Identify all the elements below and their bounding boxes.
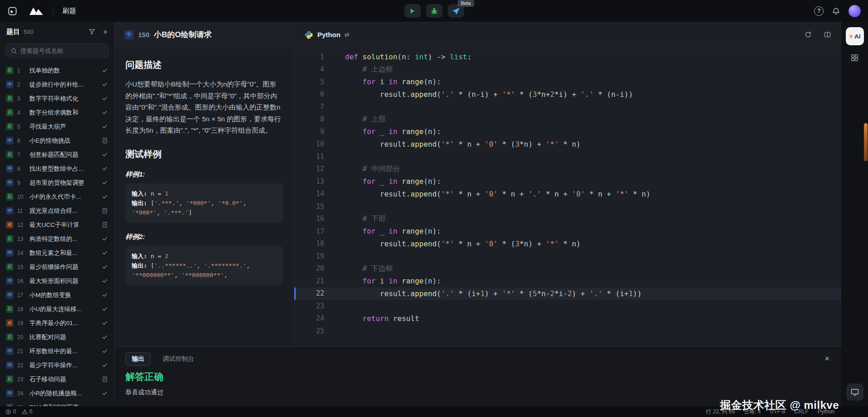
- user-avatar[interactable]: [849, 5, 861, 17]
- search-input[interactable]: [20, 48, 104, 54]
- problem-list-item[interactable]: 易15最少前缀操作问题: [0, 260, 114, 274]
- code-area[interactable]: 1def solution(n: int) -> list:4 # 上边框5 f…: [294, 48, 841, 346]
- code-text: # 下边框: [336, 264, 393, 273]
- apps-grid-icon[interactable]: [850, 53, 859, 62]
- tab-label: Python: [317, 31, 340, 38]
- problem-title: 小R的随机播放顺...: [29, 389, 98, 398]
- difficulty-badge: 易: [6, 235, 14, 243]
- run-button[interactable]: [404, 4, 421, 18]
- code-line[interactable]: 14 result.append('*' * n + '0' * n + '.'…: [294, 188, 841, 201]
- problem-list-item[interactable]: 中8找出整型数组中占...: [0, 162, 114, 176]
- check-icon: [101, 151, 108, 158]
- problem-list-item[interactable]: 中6小E的怪物挑战: [0, 134, 114, 148]
- code-line[interactable]: 23: [294, 300, 841, 312]
- problem-list-item[interactable]: 中11观光景点组合得...: [0, 204, 114, 218]
- problem-list-item[interactable]: 易4数字分组求偶数和: [0, 105, 114, 120]
- code-line[interactable]: 7: [294, 101, 841, 113]
- problem-list-item[interactable]: 易13构造特定数组的...: [0, 232, 114, 246]
- ai-assistant-button[interactable]: ✳ AI: [846, 27, 864, 45]
- difficulty-badge: 易: [6, 375, 14, 383]
- code-line[interactable]: 17 for _ in range(n):: [294, 225, 841, 238]
- code-line[interactable]: 15: [294, 200, 841, 213]
- code-line[interactable]: 16 # 下部: [294, 213, 841, 225]
- code-line[interactable]: 5 for i in range(n):: [294, 76, 841, 88]
- window-icon[interactable]: [7, 6, 18, 16]
- code-line[interactable]: 13 for _ in range(n):: [294, 175, 841, 188]
- notification-bell-icon[interactable]: [832, 7, 840, 15]
- problem-list-item[interactable]: 易18小U的最大连续移...: [0, 302, 114, 316]
- tab-output[interactable]: 输出: [125, 352, 151, 366]
- problem-list-item[interactable]: 中22最少字符串操作...: [0, 358, 114, 372]
- problem-list-item[interactable]: 中21环形数组中的最...: [0, 344, 114, 358]
- code-line[interactable]: 22 result.append('.' * (i+1) + '*' * (5*…: [294, 288, 841, 300]
- reset-code-icon[interactable]: [804, 31, 812, 38]
- problem-list-item[interactable]: 中9超市里的货物架调整: [0, 176, 114, 190]
- add-problem-icon[interactable]: +: [103, 28, 108, 36]
- problem-sidebar: 题目 500 + 易1找单独的数中2徒步旅行中的补给...易3数字字符串格式化易…: [0, 22, 115, 406]
- check-icon: [101, 193, 108, 200]
- problem-list-item[interactable]: 中24小R的随机播放顺...: [0, 386, 114, 400]
- problem-list-item[interactable]: 易10小F的永久代币卡...: [0, 190, 114, 204]
- problem-title: 小F的永久代币卡...: [29, 193, 98, 201]
- code-line[interactable]: 10 result.append('*' * n + '0' * (3*n) +…: [294, 138, 841, 151]
- code-line[interactable]: 24 return result: [294, 312, 841, 325]
- problem-number: 25: [17, 404, 26, 407]
- language-switch-icon[interactable]: ⇄: [345, 31, 350, 38]
- problem-list-item[interactable]: 中25DNA序列编辑距离: [0, 400, 114, 406]
- problem-number: 5: [17, 124, 26, 130]
- line-number: 11: [294, 153, 336, 161]
- code-line[interactable]: 1def solution(n: int) -> list:: [294, 51, 841, 63]
- problem-number: 19: [17, 320, 26, 326]
- code-line[interactable]: 18 result.append('*' * n + '0' * (3*n) +…: [294, 238, 841, 250]
- help-icon[interactable]: ?: [814, 6, 824, 16]
- problem-list-item[interactable]: 中16最大矩形面积问题: [0, 274, 114, 288]
- problem-list-item[interactable]: 易1找单独的数: [0, 63, 114, 77]
- search-box[interactable]: [5, 43, 109, 58]
- problem-list-item[interactable]: 易23石子移动问题: [0, 372, 114, 386]
- problem-list-item[interactable]: 难12最大UCC子串计算: [0, 218, 114, 232]
- code-line[interactable]: 20 # 下边框: [294, 263, 841, 275]
- problem-number: 12: [17, 222, 26, 228]
- problem-list-item[interactable]: 难19字典序最小的01...: [0, 316, 114, 330]
- difficulty-badge: 难: [6, 319, 14, 327]
- line-number: 5: [294, 78, 336, 86]
- page-scrollbar-thumb[interactable]: [864, 123, 868, 161]
- problem-list-item[interactable]: 中17小M的数组变换: [0, 288, 114, 302]
- code-line[interactable]: 21 for i in range(n):: [294, 275, 841, 288]
- code-line[interactable]: 8 # 上部: [294, 113, 841, 126]
- problem-number: 20: [17, 334, 26, 340]
- code-line[interactable]: 11: [294, 150, 841, 163]
- problem-title: DNA序列编辑距离: [29, 403, 98, 407]
- code-line[interactable]: 4 # 上边框: [294, 63, 841, 76]
- warnings-status[interactable]: 0: [22, 408, 33, 415]
- code-line[interactable]: 6 result.append('.' * (n-i) + '*' * (3*n…: [294, 88, 841, 101]
- problem-list-item[interactable]: 中14数组元素之和最...: [0, 246, 114, 260]
- code-text: def solution(n: int) -> list:: [336, 53, 471, 61]
- code-line[interactable]: 9 for _ in range(n):: [294, 125, 841, 138]
- problem-number: 16: [17, 278, 26, 284]
- code-line[interactable]: 19: [294, 250, 841, 263]
- device-preview-button[interactable]: [846, 383, 863, 401]
- tab-debug-console[interactable]: 调试控制台: [163, 355, 194, 363]
- check-icon: [101, 320, 108, 326]
- code-line[interactable]: 25: [294, 325, 841, 337]
- errors-status[interactable]: 0: [5, 408, 16, 415]
- difficulty-badge: 中: [6, 277, 14, 285]
- check-icon: [101, 165, 108, 172]
- problem-list-item[interactable]: 中2徒步旅行中的补给...: [0, 77, 114, 91]
- problem-list-item[interactable]: 易20比赛配对问题: [0, 330, 114, 344]
- close-icon[interactable]: ×: [825, 354, 830, 363]
- filter-icon[interactable]: [88, 28, 96, 35]
- problem-list-item[interactable]: 易5寻找最大葫芦: [0, 120, 114, 134]
- debug-button[interactable]: [426, 4, 442, 18]
- code-line[interactable]: 12 # 中间部分: [294, 163, 841, 176]
- problem-list-item[interactable]: 易7创意标题匹配问题: [0, 148, 114, 162]
- problem-title: 观光景点组合得...: [29, 207, 98, 215]
- app-logo-icon[interactable]: [29, 6, 44, 16]
- split-view-icon[interactable]: [824, 31, 831, 38]
- problem-title: 创意标题匹配问题: [29, 151, 98, 159]
- tab-python[interactable]: Python ⇄: [304, 30, 350, 39]
- problem-title: 最大矩形面积问题: [29, 277, 98, 285]
- problem-list-item[interactable]: 易3数字字符串格式化: [0, 91, 114, 105]
- output-panel: 输出 调试控制台 × 解答正确 恭喜成功通过: [115, 346, 841, 406]
